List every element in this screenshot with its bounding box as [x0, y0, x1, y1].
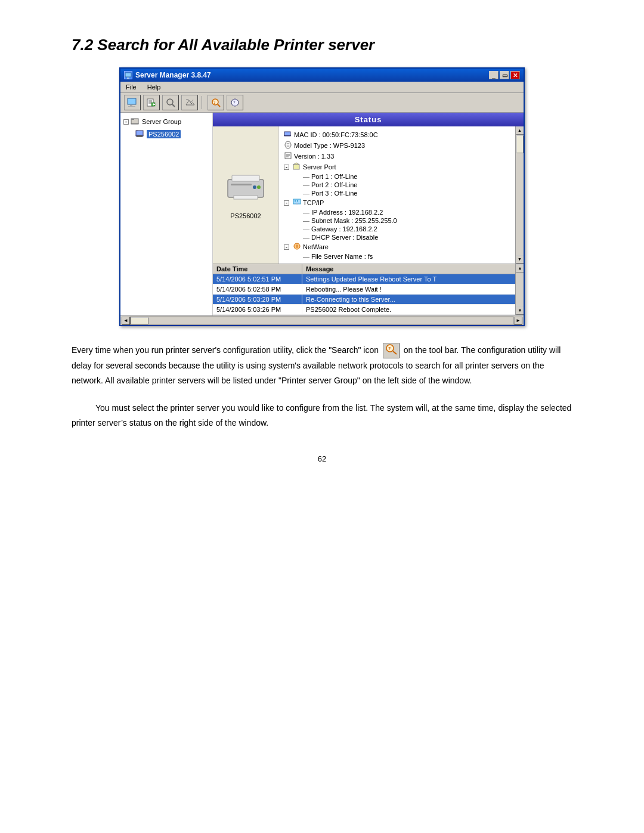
log-row: 5/14/2006 5:03:26 PMPS256002 Reboot Comp…: [213, 305, 515, 315]
svg-rect-32: [284, 132, 290, 136]
status-panel: Status: [213, 113, 524, 315]
log-vscroll-up-btn[interactable]: ▲: [516, 264, 524, 272]
h-scroll-left-btn[interactable]: ◄: [122, 317, 130, 325]
close-button[interactable]: ✕: [510, 71, 520, 79]
log-row-message: PS256002 Reboot Complete.: [302, 305, 515, 314]
h-scrollbar-thumb[interactable]: [131, 317, 148, 324]
port1-text: Port 1 : Off-Line: [311, 173, 357, 180]
log-row-datetime: 5/14/2006 5:02:51 PM: [213, 274, 302, 284]
model-icon: [284, 141, 292, 150]
toolbar-btn-1[interactable]: [124, 95, 141, 110]
svg-text:?: ?: [388, 346, 391, 351]
svg-text:?: ?: [233, 100, 236, 106]
h-scrollbar[interactable]: [130, 317, 514, 325]
v-scroll-up-btn[interactable]: ▲: [516, 126, 524, 135]
netware-text: NetWare: [303, 243, 329, 250]
info-port3: — Port 3 : Off-Line: [284, 189, 514, 197]
svg-rect-25: [136, 137, 143, 137]
log-row: 5/14/2006 5:03:20 PMRe-Connecting to thi…: [213, 295, 515, 305]
log-row-datetime: 5/14/2006 5:03:26 PM: [213, 305, 302, 314]
mac-icon: [284, 130, 292, 140]
page-number: 62: [72, 454, 572, 463]
tree-child-label[interactable]: PS256002: [147, 130, 181, 138]
toolbar-sep-1: [202, 96, 204, 109]
svg-line-12: [172, 104, 175, 107]
menu-help[interactable]: Help: [145, 83, 163, 91]
log-vscrollbar: ▲ ▼: [515, 264, 524, 315]
log-row: 5/14/2006 5:02:58 PMRebooting... Please …: [213, 284, 515, 295]
status-info-area: PS256002: [213, 126, 524, 264]
info-netware-row: - NetWare: [284, 241, 514, 252]
svg-point-29: [253, 185, 256, 189]
log-vscroll-down-btn[interactable]: ▼: [516, 306, 524, 315]
toolbar-btn-search[interactable]: ?: [208, 95, 224, 110]
log-rows-container: 5/14/2006 5:02:51 PMSettings Updated Ple…: [213, 274, 515, 315]
svg-rect-33: [284, 135, 291, 136]
server-port-icon: [293, 162, 301, 172]
minimize-button[interactable]: _: [489, 71, 499, 79]
section-title: 7.2 Search for All Available Printer ser…: [72, 36, 572, 54]
status-header: Status: [213, 113, 524, 126]
fileserver-text: File Server Name : fs: [311, 253, 373, 260]
menu-file[interactable]: File: [124, 83, 138, 91]
log-row-datetime: 5/14/2006 5:02:58 PM: [213, 284, 302, 294]
svg-rect-19: [131, 119, 134, 120]
restore-button[interactable]: ▭: [500, 71, 509, 79]
dash-icon-8: —: [303, 253, 309, 260]
svg-rect-4: [130, 105, 132, 106]
svg-rect-39: [293, 165, 299, 169]
dash-icon-2: —: [303, 181, 309, 188]
dash-icon-5: —: [303, 217, 309, 224]
v-scroll-thumb[interactable]: [516, 135, 524, 153]
body-paragraph-2: You must select the printer server you w…: [72, 401, 572, 431]
info-gateway: — Gateway : 192.168.2.2: [284, 225, 514, 233]
body-text-before-icon: Every time when you run printer server's…: [72, 345, 381, 355]
expand-tcpip[interactable]: -: [284, 200, 289, 206]
win-body: - Server Group: [120, 113, 524, 315]
search-toolbar-icon: ?: [383, 343, 400, 358]
h-scroll-right-btn[interactable]: ►: [514, 317, 522, 325]
toolbar-btn-3[interactable]: [162, 95, 179, 110]
log-row: 5/14/2006 5:02:51 PMSettings Updated Ple…: [213, 274, 515, 284]
svg-rect-28: [234, 196, 258, 199]
subnet-text: Subnet Mask : 255.255.255.0: [311, 217, 397, 224]
mac-text: MAC ID : 00:50:FC:73:58:0C: [294, 131, 378, 138]
svg-point-34: [285, 141, 291, 148]
toolbar-btn-2[interactable]: [143, 95, 160, 110]
log-area: Date Time Message 5/14/2006 5:02:51 PMSe…: [213, 264, 524, 315]
server-port-text: Server Port: [303, 163, 336, 171]
expand-server-port[interactable]: -: [284, 165, 289, 170]
titlebar-title: Server Manager 3.8.47: [135, 71, 211, 79]
info-port2: — Port 2 : Off-Line: [284, 181, 514, 189]
info-version: Version : 1.33: [284, 151, 514, 162]
v-scroll-down-btn[interactable]: ▼: [516, 255, 524, 264]
bottom-scrollbar-area: ◄ ►: [120, 315, 524, 325]
info-subnet: — Subnet Mask : 255.255.255.0: [284, 216, 514, 225]
version-icon: [284, 151, 292, 161]
svg-rect-2: [126, 79, 131, 79]
log-header-row: Date Time Message: [213, 264, 515, 274]
toolbar-btn-5[interactable]: ?: [227, 95, 243, 110]
v-scroll-track: [516, 135, 524, 255]
svg-text:?: ?: [213, 100, 216, 105]
toolbar-btn-4[interactable]: [181, 95, 198, 110]
info-vscrollbar: ▲ ▼: [515, 126, 524, 264]
log-vscroll-track: [516, 272, 524, 306]
info-server-port-row: - Server Port: [284, 162, 514, 172]
log-row-message: Re-Connecting to this Server...: [302, 295, 515, 304]
dash-icon-4: —: [303, 209, 309, 216]
svg-line-47: [393, 351, 397, 354]
log-row-datetime: 5/14/2006 5:03:20 PM: [213, 295, 302, 304]
port3-text: Port 3 : Off-Line: [311, 190, 357, 197]
svg-rect-5: [128, 106, 135, 107]
tree-expand-root[interactable]: -: [123, 119, 129, 125]
tree-root-label: Server Group: [142, 118, 181, 125]
server-manager-window: Server Manager 3.8.47 _ ▭ ✕ File Help: [119, 67, 525, 326]
tcpip-icon: [293, 198, 301, 208]
info-fileserver: — File Server Name : fs: [284, 252, 514, 261]
svg-rect-44: [296, 203, 298, 205]
dhcp-text: DHCP Server : Disable: [311, 234, 378, 241]
app-icon: [124, 71, 132, 79]
ip-text: IP Address : 192.168.2.2: [311, 209, 383, 216]
expand-netware[interactable]: -: [284, 244, 289, 250]
